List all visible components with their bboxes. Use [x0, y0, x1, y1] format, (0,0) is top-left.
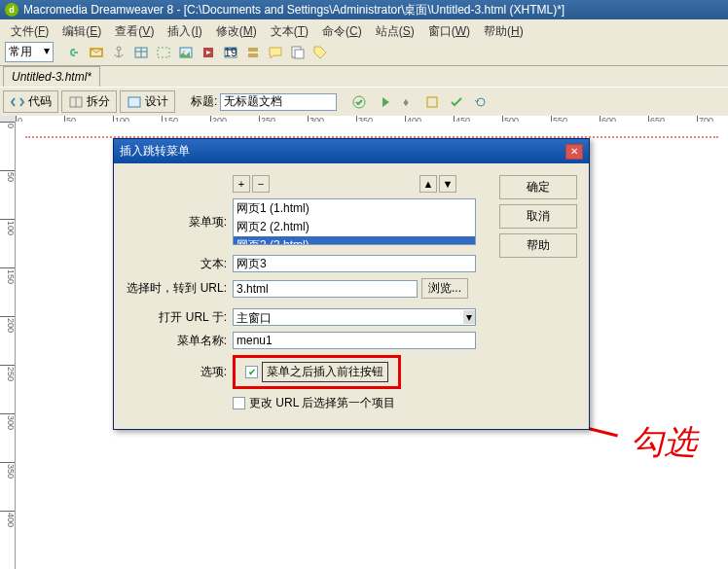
- move-up-button[interactable]: ▲: [419, 175, 437, 193]
- server-icon[interactable]: [242, 42, 264, 63]
- url-label: 选择时，转到 URL:: [126, 280, 233, 297]
- div-icon[interactable]: [153, 42, 174, 63]
- select-first-label: 更改 URL 后选择第一个项目: [249, 395, 395, 411]
- window-title-bar: d Macromedia Dreamweaver 8 - [C:\Documen…: [0, 0, 728, 19]
- svg-rect-18: [427, 97, 437, 107]
- open-in-select[interactable]: 主窗口: [233, 308, 476, 326]
- menu-help[interactable]: 帮助(H): [478, 21, 529, 37]
- cancel-button[interactable]: 取消: [499, 204, 577, 229]
- title-input[interactable]: [220, 93, 337, 111]
- code-view-button[interactable]: 代码: [3, 90, 58, 113]
- split-view-button[interactable]: 拆分: [61, 90, 117, 113]
- insert-go-button-checkbox[interactable]: ✔: [245, 366, 258, 378]
- validate-icon[interactable]: [348, 91, 370, 113]
- menu-insert[interactable]: 插入(I): [162, 21, 207, 37]
- anchor-icon[interactable]: [108, 42, 129, 63]
- svg-point-1: [117, 47, 121, 51]
- refresh-icon[interactable]: [470, 91, 491, 113]
- media-icon[interactable]: [198, 42, 219, 63]
- list-item[interactable]: 网页3 (3.html): [234, 236, 475, 245]
- menu-view[interactable]: 查看(V): [109, 21, 160, 37]
- date-icon[interactable]: 19: [220, 42, 241, 63]
- menu-commands[interactable]: 命令(C): [316, 21, 368, 37]
- options-label: 选项:: [126, 364, 233, 380]
- svg-rect-13: [295, 50, 304, 58]
- table-icon[interactable]: [130, 42, 152, 63]
- select-first-checkbox[interactable]: [233, 397, 245, 409]
- insert-go-button-label: 菜单之后插入前往按钮: [262, 362, 388, 382]
- jump-menu-dialog: 插入跳转菜单 ✕ + − ▲ ▼ 菜单项: 网页1 (1.html) 网页2 (…: [113, 138, 590, 430]
- text-input[interactable]: [233, 255, 476, 272]
- remove-item-button[interactable]: −: [252, 175, 270, 193]
- tag-icon[interactable]: [309, 42, 331, 63]
- menu-bar: 文件(F) 编辑(E) 查看(V) 插入(I) 修改(M) 文本(T) 命令(C…: [0, 19, 728, 39]
- menu-name-label: 菜单名称:: [126, 333, 233, 349]
- svg-rect-3: [158, 48, 169, 57]
- menu-modify[interactable]: 修改(M): [210, 21, 263, 37]
- menu-edit[interactable]: 编辑(E): [56, 21, 107, 37]
- hyperlink-icon[interactable]: [63, 42, 85, 63]
- preview-icon[interactable]: [373, 91, 394, 113]
- app-icon: d: [5, 3, 18, 17]
- annotation-text: 勾选: [631, 420, 697, 465]
- menu-window[interactable]: 窗口(W): [422, 21, 476, 37]
- view-toolbar: 代码 拆分 设计 标题: ♦: [0, 87, 728, 116]
- highlighted-option: ✔ 菜单之后插入前往按钮: [233, 355, 401, 389]
- document-tab[interactable]: Untitled-3.html*: [3, 66, 100, 87]
- svg-rect-11: [248, 53, 258, 57]
- menu-items-label: 菜单项:: [126, 214, 233, 231]
- svg-text:♦: ♦: [403, 95, 409, 109]
- insert-category-dropdown[interactable]: 常用: [5, 42, 54, 62]
- file-mgmt-icon[interactable]: [421, 91, 443, 113]
- open-in-label: 打开 URL 于:: [126, 309, 233, 326]
- ruler-vertical: 050100150200250300350400: [0, 122, 16, 569]
- menu-file[interactable]: 文件(F): [5, 21, 55, 37]
- menu-site[interactable]: 站点(S): [370, 21, 420, 37]
- url-input[interactable]: [233, 280, 418, 298]
- window-title: Macromedia Dreamweaver 8 - [C:\Documents…: [23, 2, 564, 18]
- svg-rect-15: [128, 97, 140, 107]
- comment-icon[interactable]: [265, 42, 286, 63]
- options-icon[interactable]: ♦: [397, 91, 419, 113]
- title-label: 标题:: [191, 93, 217, 110]
- browse-button[interactable]: 浏览...: [421, 278, 468, 299]
- text-label: 文本:: [126, 256, 233, 272]
- dialog-title: 插入跳转菜单: [120, 143, 190, 160]
- list-item[interactable]: 网页1 (1.html): [234, 199, 475, 218]
- email-icon[interactable]: [86, 42, 107, 63]
- menu-name-input[interactable]: [233, 332, 476, 349]
- insert-toolbar: 常用 19: [0, 39, 728, 66]
- svg-point-5: [183, 51, 185, 53]
- move-down-button[interactable]: ▼: [439, 175, 456, 193]
- menu-text[interactable]: 文本(T): [265, 21, 314, 37]
- help-button[interactable]: 帮助: [499, 233, 577, 258]
- check-icon[interactable]: [446, 91, 467, 113]
- list-item[interactable]: 网页2 (2.html): [234, 218, 475, 236]
- svg-rect-10: [248, 48, 258, 52]
- close-icon[interactable]: ✕: [565, 144, 583, 160]
- svg-text:19: 19: [224, 46, 237, 59]
- menu-items-listbox[interactable]: 网页1 (1.html) 网页2 (2.html) 网页3 (3.html): [233, 198, 476, 245]
- templates-icon[interactable]: [287, 42, 309, 63]
- ok-button[interactable]: 确定: [499, 175, 577, 199]
- design-view-button[interactable]: 设计: [120, 90, 175, 113]
- dialog-title-bar[interactable]: 插入跳转菜单 ✕: [114, 139, 589, 163]
- image-icon[interactable]: [175, 42, 197, 63]
- add-item-button[interactable]: +: [233, 175, 250, 193]
